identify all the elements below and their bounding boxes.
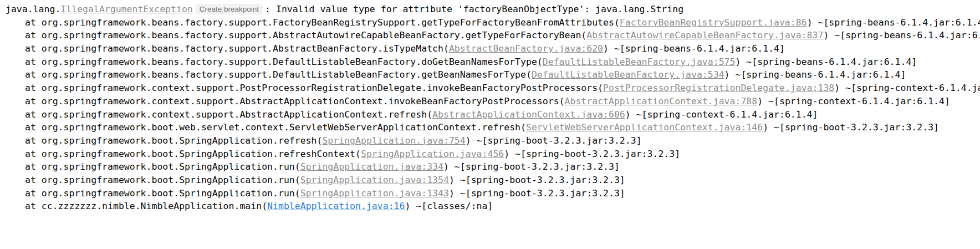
file-line-link[interactable]: DefaultListableBeanFactory.java:575 bbox=[543, 57, 736, 67]
frame-tail: ) ~[spring-beans-6.1.4.jar:6.1.4] bbox=[724, 69, 906, 80]
frame-tail: ) ~[spring-boot-3.2.3.jar:3.2.3] bbox=[443, 161, 620, 172]
stack-frame: at cc.zzzzzzz.nimble.NimbleApplication.m… bbox=[6, 200, 980, 213]
file-line-link[interactable]: AbstractBeanFactory.java:620 bbox=[449, 43, 603, 54]
frame-tail: ) ~[spring-beans-6.1.4.jar:6.1.4] bbox=[735, 57, 917, 67]
frame-text: at org.springframework.boot.SpringApplic… bbox=[25, 149, 361, 159]
frame-text: at org.springframework.boot.SpringApplic… bbox=[25, 175, 300, 185]
stack-frame: at org.springframework.boot.SpringApplic… bbox=[6, 134, 980, 148]
file-line-link[interactable]: ServletWebServerApplicationContext.java:… bbox=[526, 122, 763, 133]
stack-frame: at org.springframework.beans.factory.sup… bbox=[6, 55, 980, 69]
frame-tail: ) ~[spring-boot-3.2.3.jar:3.2.3] bbox=[504, 149, 680, 159]
stack-frame: at org.springframework.context.support.P… bbox=[6, 82, 980, 95]
frame-text: at org.springframework.context.support.A… bbox=[25, 109, 432, 120]
stack-frame: at org.springframework.boot.web.servlet.… bbox=[6, 121, 980, 134]
frame-tail: ) ~[spring-boot-3.2.3.jar:3.2.3] bbox=[763, 122, 939, 133]
frame-text: at org.springframework.boot.SpringApplic… bbox=[25, 161, 300, 172]
frame-text: at org.springframework.boot.web.servlet.… bbox=[25, 122, 526, 133]
frame-tail: ) ~[classes/:na] bbox=[405, 201, 493, 211]
exception-class-link[interactable]: IllegalArgumentException bbox=[60, 4, 192, 14]
stack-frame: at org.springframework.context.support.A… bbox=[6, 108, 980, 121]
frame-text: at org.springframework.context.support.A… bbox=[25, 96, 565, 106]
frame-tail: ) ~[spring-boot-3.2.3.jar:3.2.3] bbox=[449, 188, 625, 199]
console-output: java.lang.IllegalArgumentExceptionCreate… bbox=[0, 0, 980, 213]
file-line-link[interactable]: AbstractApplicationContext.java:788 bbox=[565, 96, 758, 106]
exception-prefix: java.lang. bbox=[6, 4, 60, 14]
frame-text: at org.springframework.beans.factory.sup… bbox=[25, 43, 449, 54]
file-line-link[interactable]: SpringApplication.java:334 bbox=[300, 161, 443, 172]
frame-tail: ) ~[spring-context-6.1.4.jar:6.1.4] bbox=[757, 96, 950, 106]
frame-text: at cc.zzzzzzz.nimble.NimbleApplication.m… bbox=[25, 201, 267, 211]
file-line-link[interactable]: SpringApplication.java:1354 bbox=[300, 175, 449, 185]
frame-text: at org.springframework.beans.factory.sup… bbox=[25, 17, 620, 28]
frame-tail: ) ~[spring-beans-6.1.4.jar:6.1.4] bbox=[823, 30, 980, 40]
exception-line: java.lang.IllegalArgumentExceptionCreate… bbox=[6, 3, 980, 16]
frame-text: at org.springframework.beans.factory.sup… bbox=[25, 30, 586, 40]
frame-tail: ) ~[spring-beans-6.1.4.jar:6.1.4] bbox=[603, 43, 785, 54]
frame-tail: ) ~[spring-context-6.1.4.jar:6.1.4] bbox=[625, 109, 818, 120]
file-line-link[interactable]: PostProcessorRegistrationDelegate.java:1… bbox=[603, 83, 834, 93]
file-line-link[interactable]: DefaultListableBeanFactory.java:534 bbox=[532, 69, 724, 80]
stack-frame: at org.springframework.boot.SpringApplic… bbox=[6, 148, 980, 161]
frame-text: at org.springframework.boot.SpringApplic… bbox=[25, 135, 322, 146]
stack-frame: at org.springframework.beans.factory.sup… bbox=[6, 68, 980, 82]
stack-frame: at org.springframework.boot.SpringApplic… bbox=[6, 187, 980, 200]
frame-text: at org.springframework.boot.SpringApplic… bbox=[25, 188, 300, 199]
file-line-link[interactable]: SpringApplication.java:456 bbox=[361, 149, 504, 159]
file-line-link[interactable]: SpringApplication.java:1343 bbox=[300, 188, 449, 199]
stack-frame: at org.springframework.boot.SpringApplic… bbox=[6, 160, 980, 174]
file-line-link[interactable]: FactoryBeanRegistrySupport.java:86 bbox=[620, 17, 807, 28]
frame-text: at org.springframework.beans.factory.sup… bbox=[25, 69, 532, 80]
frame-text: at org.springframework.beans.factory.sup… bbox=[25, 57, 543, 67]
file-line-link[interactable]: NimbleApplication.java:16 bbox=[267, 201, 405, 211]
file-line-link[interactable]: SpringApplication.java:754 bbox=[322, 135, 465, 146]
stack-frame: at org.springframework.boot.SpringApplic… bbox=[6, 174, 980, 187]
stack-frame: at org.springframework.context.support.A… bbox=[6, 95, 980, 108]
file-line-link[interactable]: AbstractApplicationContext.java:606 bbox=[432, 109, 625, 120]
stack-frame: at org.springframework.beans.factory.sup… bbox=[6, 29, 980, 42]
frame-tail: ) ~[spring-boot-3.2.3.jar:3.2.3] bbox=[449, 175, 625, 185]
frame-tail: ) ~[spring-context-6.1.4.jar:6.1.4] bbox=[834, 83, 980, 93]
file-line-link[interactable]: AbstractAutowireCapableBeanFactory.java:… bbox=[586, 30, 823, 40]
stack-frame: at org.springframework.beans.factory.sup… bbox=[6, 42, 980, 55]
frame-tail: ) ~[spring-boot-3.2.3.jar:3.2.3] bbox=[466, 135, 642, 146]
stack-frame: at org.springframework.beans.factory.sup… bbox=[6, 16, 980, 29]
frame-tail: ) ~[spring-beans-6.1.4.jar:6.1.4] bbox=[807, 17, 980, 28]
frame-text: at org.springframework.context.support.P… bbox=[25, 83, 603, 93]
exception-message: : Invalid value type for attribute 'fact… bbox=[265, 4, 683, 14]
create-breakpoint-button[interactable]: Create breakpoint bbox=[196, 4, 263, 14]
